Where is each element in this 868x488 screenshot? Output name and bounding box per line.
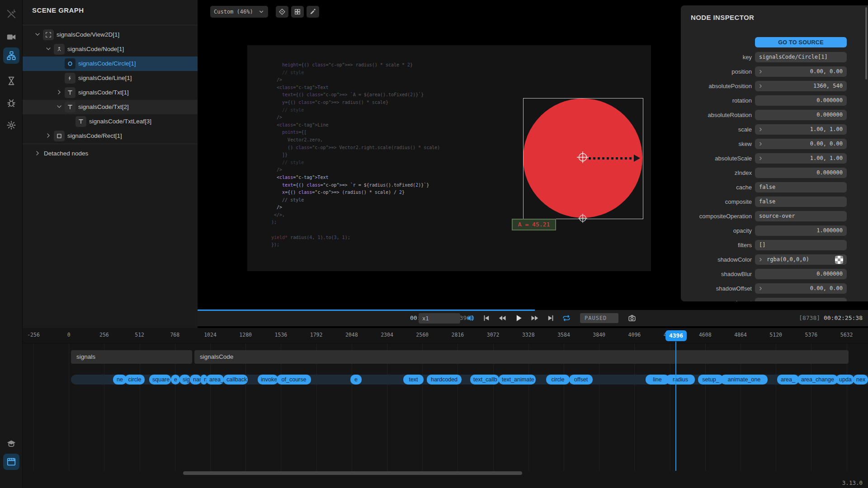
arrow-head-icon[interactable] [634,155,640,162]
inspector-field-value[interactable]: 1360, 540 [755,81,847,91]
rail-item-hourglass[interactable] [3,73,19,89]
inspector-field-value[interactable]: 0.000000 [755,168,847,178]
inspector-field-value[interactable]: false [755,197,847,207]
chevron-right-icon[interactable] [34,150,42,158]
focus-button[interactable] [276,6,288,18]
playback-speed-dropdown[interactable]: x1 [419,313,460,324]
area-value-label[interactable]: A = 45.21 [512,219,556,230]
chevron-down-icon[interactable] [34,31,42,39]
event-clip[interactable]: sig [179,375,190,385]
bottom-crosshair-handle[interactable] [577,213,588,224]
event-clip[interactable]: hardcoded [427,375,462,385]
event-clip[interactable]: text_callb [470,375,499,385]
grid-button[interactable] [291,6,304,18]
rail-item-rendering[interactable] [3,454,19,470]
event-clip[interactable]: area_change [797,375,838,385]
event-clip[interactable]: area_ [777,375,799,385]
event-clip[interactable]: invoke [258,375,278,385]
inspector-scrollbar[interactable] [865,7,867,80]
skip-start-button[interactable] [482,314,491,322]
fast-forward-button[interactable] [531,314,539,322]
event-clip[interactable]: animate_one [721,375,768,385]
scene-canvas[interactable]: height={() class="c-op">=> radius() * sc… [247,45,651,271]
event-clip[interactable]: callback [223,375,248,385]
inspector-field-value[interactable]: 0.00, 0.00 [755,283,847,294]
inspector-field-value[interactable]: 0.00, 0.00 [755,139,847,149]
play-button[interactable] [514,314,523,323]
inspector-field-value[interactable]: 0.000000 [755,95,847,106]
inspector-field-value[interactable]: source-over [755,211,847,221]
event-clip[interactable]: nam [190,375,201,385]
playhead-line[interactable] [675,342,676,471]
expand-chevron-icon[interactable] [758,155,764,161]
tree-row[interactable]: signalsCode/Node[1] [23,42,198,56]
tree-row-detached-nodes[interactable]: Detached nodes [23,146,198,161]
chevron-right-icon[interactable] [45,132,53,140]
tree-row[interactable]: signalsCode/Line[1] [23,71,198,85]
event-clip[interactable]: offset [569,375,593,385]
rail-item-settings[interactable] [3,117,19,133]
event-clip[interactable]: e [350,375,362,385]
chevron-right-icon[interactable] [56,89,64,97]
timeline-panel[interactable]: -256025651276810241280153617922048230425… [23,328,868,488]
rail-item-bug[interactable] [3,95,19,111]
eyedropper-button[interactable] [307,6,319,18]
inspector-field-value[interactable]: rgba(0,0,0,0) [755,254,847,265]
inspector-field-value[interactable]: [] [755,240,847,250]
scene-clip-signalsCode[interactable]: signalsCode [194,350,849,364]
expand-chevron-icon[interactable] [758,83,764,89]
rail-item-docs[interactable] [3,436,19,452]
volume-button[interactable] [467,314,475,322]
event-clip[interactable]: text_animate [499,375,536,385]
inspector-field-value[interactable]: false [755,182,847,192]
chevron-down-icon[interactable] [45,45,53,53]
inspector-field-value[interactable]: 1.00, 1.00 [755,124,847,135]
event-clip[interactable]: e [171,375,180,385]
event-clip[interactable]: nex [853,375,868,385]
tree-row[interactable]: signalsCode/Circle[1] [23,56,198,71]
skip-end-button[interactable] [547,314,555,322]
rewind-button[interactable] [498,314,506,322]
event-clip[interactable]: upda [836,375,854,385]
zoom-level-dropdown[interactable]: Custom (46%) [210,6,268,18]
inspector-field-value[interactable] [755,298,847,301]
tree-row[interactable]: signalsCode/View2D[1] [23,28,198,42]
go-to-source-button[interactable]: GO TO SOURCE [755,37,847,47]
event-clip[interactable]: square [149,375,171,385]
inspector-field-value[interactable]: 0.000000 [755,269,847,279]
event-clip[interactable]: setup_ [698,375,723,385]
event-clip[interactable]: area_s [206,375,224,385]
chevron-down-icon[interactable] [56,103,64,111]
rail-item-video-camera[interactable] [3,29,19,45]
event-clip[interactable]: circle [546,375,570,385]
expand-chevron-icon[interactable] [758,257,764,263]
expand-chevron-icon[interactable] [758,69,764,75]
rail-item-scene-graph[interactable] [3,47,19,64]
tree-row[interactable]: signalsCode/Txt[1] [23,85,198,100]
inspector-field-value[interactable]: signalsCode/Circle[1] [755,52,847,62]
inspector-field-value[interactable]: 0.000000 [755,110,847,120]
expand-chevron-icon[interactable] [758,127,764,132]
inspector-field-value[interactable]: 1.00, 1.00 [755,153,847,164]
tree-row[interactable]: signalsCode/TxtLeaf[3] [23,114,198,129]
loop-button[interactable] [562,314,571,322]
playhead-frame-badge[interactable]: 4396 [665,330,687,341]
ruler-tick-label: 2816 [444,332,471,338]
event-clip[interactable]: radius [666,375,695,385]
inspector-field-value[interactable]: 1.000000 [755,225,847,236]
center-crosshair-handle[interactable] [576,150,590,164]
tree-row[interactable]: signalsCode/Rect[1] [23,129,198,143]
expand-chevron-icon[interactable] [758,286,764,291]
seek-progress-line[interactable] [198,310,535,311]
tree-row[interactable]: signalsCode/Txt[2] [23,100,198,114]
event-clip[interactable]: text [403,375,424,385]
color-swatch[interactable] [835,256,843,264]
screenshot-button[interactable] [628,314,636,322]
event-clip[interactable]: circle [125,375,145,385]
timeline-horizontal-scrollbar[interactable] [183,471,522,475]
scene-clip-signals[interactable]: signals [71,350,192,364]
event-clip[interactable]: of_course [277,375,311,385]
rail-item-wand-off[interactable] [3,6,19,22]
expand-chevron-icon[interactable] [758,141,764,147]
inspector-field-value[interactable]: 0.00, 0.00 [755,66,847,77]
